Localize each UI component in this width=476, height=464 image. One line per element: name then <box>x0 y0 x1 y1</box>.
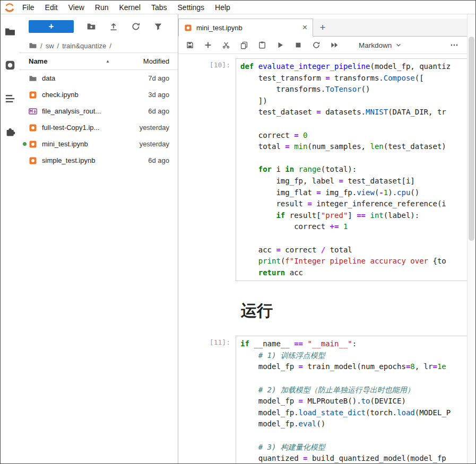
file-name: simple_test.ipynb <box>42 156 148 164</box>
run-all-icon[interactable] <box>330 41 339 49</box>
file-modified: yesterday <box>140 140 169 148</box>
file-row[interactable]: mini_test.ipynbyesterday <box>19 136 178 152</box>
code-line: if __name__ == "__main__": <box>240 338 467 350</box>
file-name: mini_test.ipynb <box>42 140 140 148</box>
markdown-cell[interactable]: 运行 <box>187 286 467 330</box>
file-row[interactable]: file_analysis_rout...6d ago <box>19 103 178 119</box>
scrollbar-thumb[interactable] <box>469 37 474 241</box>
code-line: print(f"Integer pipeline accuracy over {… <box>240 256 467 267</box>
tab-label: mini_test.ipynb <box>196 24 298 32</box>
sort-ascending-icon: ▲ <box>106 59 110 64</box>
execution-count: [11]: <box>187 336 236 463</box>
menu-bar: File Edit View Run Kernel Tabs Settings … <box>1 1 475 14</box>
notebook-icon <box>29 124 37 132</box>
main-area: mini_test.ipynb × + <box>178 14 467 463</box>
file-modified: yesterday <box>140 124 169 132</box>
breadcrumb-segment-sw[interactable]: sw <box>46 42 54 50</box>
file-browser-icon[interactable] <box>4 26 16 38</box>
file-row[interactable]: full-test-Copy1.ip...yesterday <box>19 119 178 136</box>
file-list: data7d agocheck.ipynb3d agofile_analysis… <box>19 70 178 463</box>
run-icon[interactable] <box>276 41 284 49</box>
menu-file[interactable]: File <box>17 3 40 12</box>
file-name: file_analysis_rout... <box>42 107 148 115</box>
save-icon[interactable] <box>186 41 194 49</box>
code-line: def evaluate_integer_pipeline(model_fp, … <box>240 61 467 73</box>
code-line: for i in range(total): <box>240 164 467 176</box>
breadcrumb-segment-trainquantize[interactable]: train&quantize <box>62 42 106 50</box>
code-line: test_transform = transforms.Compose([ <box>240 73 467 84</box>
file-row[interactable]: simple_test.ipynb6d ago <box>19 152 178 169</box>
running-kernels-icon[interactable] <box>4 59 16 71</box>
menu-tabs[interactable]: Tabs <box>146 3 172 12</box>
tab-mini-test-ipynb[interactable]: mini_test.ipynb × <box>178 19 313 37</box>
close-tab-icon[interactable]: × <box>302 23 307 32</box>
kernel-running-indicator <box>23 142 27 146</box>
code-editor[interactable]: if __name__ == "__main__": # 1) 训练浮点模型 m… <box>236 336 467 463</box>
more-options-icon[interactable] <box>450 41 458 49</box>
execution-count: [10]: <box>187 58 236 281</box>
jupyterlab-window: File Edit View Run Kernel Tabs Settings … <box>0 0 476 464</box>
stop-icon[interactable] <box>294 41 302 49</box>
folder-icon[interactable] <box>29 41 37 50</box>
file-row[interactable]: check.ipynb3d ago <box>19 86 178 103</box>
code-line <box>240 373 467 384</box>
code-line <box>240 430 467 442</box>
code-line: result = integer_inference_reference(i <box>240 198 467 210</box>
code-cell[interactable]: [11]:if __name__ == "__main__": # 1) 训练浮… <box>187 336 467 463</box>
new-tab-button[interactable]: + <box>313 19 332 36</box>
menu-view[interactable]: View <box>63 3 90 12</box>
execution-count <box>187 286 236 330</box>
breadcrumb-root[interactable]: / <box>40 42 42 50</box>
menu-kernel[interactable]: Kernel <box>114 3 145 12</box>
vertical-scrollbar[interactable] <box>467 14 475 463</box>
file-row[interactable]: data7d ago <box>19 70 178 86</box>
file-browser-toolbar: + <box>19 14 178 39</box>
menu-settings[interactable]: Settings <box>172 3 210 12</box>
paste-icon[interactable] <box>258 41 266 49</box>
refresh-icon[interactable] <box>131 22 141 31</box>
table-of-contents-icon[interactable] <box>4 93 16 104</box>
menu-edit[interactable]: Edit <box>40 3 63 12</box>
markdown-heading: 运行 <box>241 300 273 322</box>
code-line <box>240 153 467 164</box>
code-line: img_fp, label = test_dataset[i] <box>240 176 467 187</box>
breadcrumb-separator: / <box>57 42 59 50</box>
code-line: acc = correct / total <box>240 244 467 256</box>
code-line: # 2) 加载模型（防止单独运行导出时也能用） <box>240 384 467 396</box>
code-line: model_fp = MLPRouteB().to(DEVICE) <box>240 396 467 407</box>
code-cell[interactable]: [10]:def evaluate_integer_pipeline(model… <box>187 58 467 281</box>
restart-kernel-icon[interactable] <box>312 41 321 49</box>
code-line: correct = 0 <box>240 130 467 142</box>
new-folder-icon[interactable] <box>86 22 96 31</box>
notebook-toolbar: Markdown <box>178 37 467 54</box>
cell-type-dropdown[interactable]: Markdown <box>359 41 402 49</box>
code-line: return acc <box>240 267 467 279</box>
new-launcher-button[interactable]: + <box>29 20 74 33</box>
column-header-modified[interactable]: Modified <box>125 57 169 65</box>
file-modified: 6d ago <box>148 156 169 164</box>
extensions-icon[interactable] <box>4 126 16 138</box>
name-header-label: Name <box>29 57 47 65</box>
menu-help[interactable]: Help <box>210 3 236 12</box>
tab-bar: mini_test.ipynb × + <box>178 19 467 37</box>
file-list-header: Name ▲ Modified <box>19 52 178 70</box>
menu-run[interactable]: Run <box>90 3 114 12</box>
column-header-name[interactable]: Name ▲ <box>29 57 125 65</box>
markdown-output[interactable]: 运行 <box>236 286 278 330</box>
code-line: ]) <box>240 95 467 107</box>
file-modified: 6d ago <box>148 107 169 115</box>
cut-icon[interactable] <box>222 41 230 49</box>
add-cell-icon[interactable] <box>204 41 212 49</box>
code-line: correct += 1 <box>240 221 467 233</box>
file-browser-panel: + / sw / <box>19 14 178 463</box>
filter-icon[interactable] <box>153 22 163 31</box>
code-line: test_dataset = datasets.MNIST(DATA_DIR, … <box>240 107 467 118</box>
file-name: check.ipynb <box>42 91 148 99</box>
notebook-icon <box>29 91 37 99</box>
code-editor[interactable]: def evaluate_integer_pipeline(model_fp, … <box>236 58 467 281</box>
file-name: full-test-Copy1.ip... <box>42 124 140 132</box>
copy-icon[interactable] <box>240 41 248 49</box>
notebook-content: [10]:def evaluate_integer_pipeline(model… <box>178 54 467 463</box>
code-line: model_fp = train_model(num_epochs=8, lr=… <box>240 361 467 373</box>
upload-icon[interactable] <box>109 22 118 31</box>
